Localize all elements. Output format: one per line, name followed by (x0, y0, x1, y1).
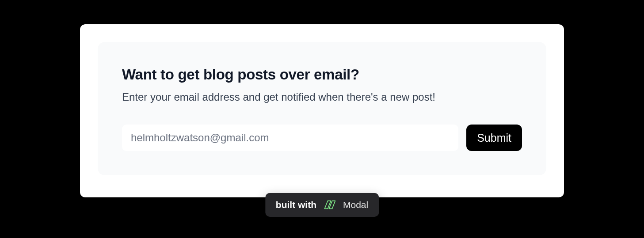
modal-logo-icon (322, 199, 338, 211)
signup-panel: Want to get blog posts over email? Enter… (98, 42, 546, 175)
signup-subheading: Enter your email address and get notifie… (122, 91, 522, 103)
signup-form-row: Submit (122, 125, 522, 151)
submit-button[interactable]: Submit (466, 125, 522, 151)
signup-card: Want to get blog posts over email? Enter… (80, 24, 564, 197)
email-input[interactable] (122, 125, 458, 151)
built-with-text: built with (276, 200, 316, 210)
built-with-badge[interactable]: built with Modal (265, 193, 379, 217)
signup-heading: Want to get blog posts over email? (122, 66, 522, 83)
brand-name: Modal (343, 200, 368, 210)
